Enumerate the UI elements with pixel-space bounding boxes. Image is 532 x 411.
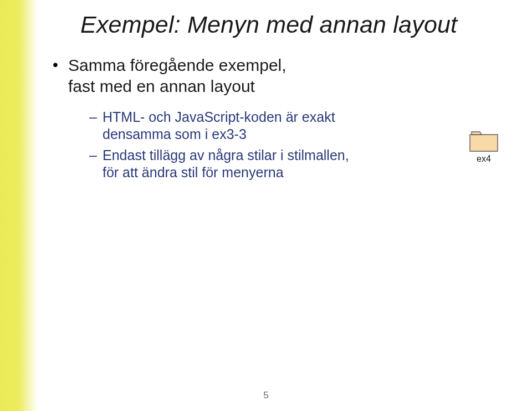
list-item: HTML- och JavaScript-koden är exakt dens…	[89, 109, 510, 143]
folder-label: ex4	[469, 154, 499, 164]
slide-content: Exempel: Menyn med annan layout Samma fö…	[0, 0, 532, 411]
list-item: Endast tillägg av några stilar i stilmal…	[89, 147, 510, 182]
page-number: 5	[0, 390, 532, 401]
bullet-text: densamma som i ex3-3	[103, 126, 247, 142]
folder-link[interactable]: ex4	[469, 130, 499, 164]
bullet-list-level1: Samma föregående exempel, fast med en an…	[53, 55, 510, 181]
bullet-list-level2: HTML- och JavaScript-koden är exakt dens…	[89, 109, 510, 181]
slide-title: Exempel: Menyn med annan layout	[80, 11, 510, 38]
bullet-text: för att ändra stil för menyerna	[103, 165, 284, 180]
bullet-text: fast med en annan layout	[68, 77, 255, 95]
bullet-text: HTML- och JavaScript-koden är exakt	[103, 109, 335, 125]
folder-icon	[469, 130, 499, 152]
bullet-text: Samma föregående exempel,	[68, 56, 287, 74]
bullet-text: Endast tillägg av några stilar i stilmal…	[103, 147, 349, 163]
list-item: Samma föregående exempel, fast med en an…	[53, 55, 510, 181]
